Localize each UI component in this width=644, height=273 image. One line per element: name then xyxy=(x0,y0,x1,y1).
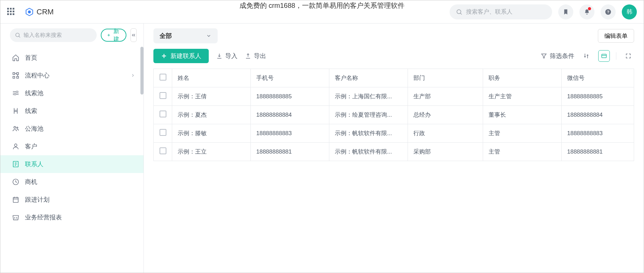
cell-customer[interactable]: 示例：上海国仁有限... xyxy=(329,87,408,106)
nav-item-report[interactable]: 业务经营报表 xyxy=(0,209,143,226)
sort-button[interactable] xyxy=(580,50,592,62)
nav-item-home[interactable]: 首页 xyxy=(0,49,143,67)
checkbox-icon[interactable] xyxy=(160,129,166,136)
row-select-cell[interactable] xyxy=(154,106,172,124)
brand[interactable]: CRM xyxy=(25,8,54,16)
table-row[interactable]: 示例：王立 18888888881 示例：帆软软件有限... 采购部 主管 18… xyxy=(154,143,634,161)
column-header[interactable]: 微信号 xyxy=(562,69,634,87)
checkbox-icon[interactable] xyxy=(160,92,166,99)
cell-wechat[interactable]: 18888888881 xyxy=(562,143,634,161)
checkbox-icon[interactable] xyxy=(160,111,166,117)
column-header[interactable]: 手机号 xyxy=(251,69,329,87)
bookmark-button[interactable] xyxy=(558,4,573,19)
import-label: 导入 xyxy=(225,52,237,60)
column-header[interactable]: 部门 xyxy=(408,69,483,87)
apps-menu-icon[interactable] xyxy=(7,8,15,16)
cell-dept[interactable]: 采购部 xyxy=(408,143,483,161)
column-header[interactable]: 职务 xyxy=(483,69,562,87)
svg-point-6 xyxy=(16,33,19,37)
sidebar-nav: 首页 流程中心 线索池 线索 公海池 客户 联系人 商机 跟进计划 业务经营报表 xyxy=(0,47,143,273)
cell-phone[interactable]: 18888888881 xyxy=(251,143,329,161)
cell-wechat[interactable]: 18888888885 xyxy=(562,87,634,106)
nav-item-contact[interactable]: 联系人 xyxy=(0,155,143,173)
global-search[interactable] xyxy=(450,4,552,19)
view-filter-dropdown[interactable]: 全部 xyxy=(153,28,218,43)
cell-customer[interactable]: 示例：绘夏管理咨询... xyxy=(329,106,408,124)
new-button-label: 新建 xyxy=(113,27,120,43)
nav-item-process[interactable]: 流程中心 xyxy=(0,67,143,84)
row-select-cell[interactable] xyxy=(154,87,172,106)
cell-phone[interactable]: 18888888884 xyxy=(251,106,329,124)
nav-item-opportunity[interactable]: 商机 xyxy=(0,173,143,191)
cell-position[interactable]: 主管 xyxy=(483,124,562,143)
table-row[interactable]: 示例：王倩 18888888885 示例：上海国仁有限... 生产部 生产主管 … xyxy=(154,87,634,106)
nav-item-label: 首页 xyxy=(25,54,37,62)
cell-name[interactable]: 示例：滕敏 xyxy=(172,124,251,143)
plus-icon xyxy=(161,53,167,59)
column-header[interactable]: 姓名 xyxy=(172,69,251,87)
column-header[interactable]: 客户名称 xyxy=(329,69,408,87)
svg-line-7 xyxy=(19,36,20,38)
row-select-cell[interactable] xyxy=(154,143,172,161)
select-all-cell[interactable] xyxy=(154,69,172,87)
cell-customer[interactable]: 示例：帆软软件有限... xyxy=(329,124,408,143)
table-row[interactable]: 示例：夏杰 18888888884 示例：绘夏管理咨询... 总经办 董事长 1… xyxy=(154,106,634,124)
export-button[interactable]: 导出 xyxy=(245,52,266,60)
filter-conditions-button[interactable]: 筛选条件 xyxy=(541,52,574,60)
nav-item-lead[interactable]: 线索 xyxy=(0,102,143,120)
nav-item-label: 客户 xyxy=(25,142,37,150)
svg-text:?: ? xyxy=(607,10,609,14)
cell-dept[interactable]: 总经办 xyxy=(408,106,483,124)
fullscreen-button[interactable] xyxy=(622,50,634,62)
collapse-sidebar-button[interactable] xyxy=(131,28,137,42)
svg-rect-24 xyxy=(13,198,18,203)
cell-phone[interactable]: 18888888885 xyxy=(251,87,329,106)
view-filter-label: 全部 xyxy=(160,32,172,40)
nav-item-plan[interactable]: 跟进计划 xyxy=(0,191,143,209)
cell-name[interactable]: 示例：王立 xyxy=(172,143,251,161)
nav-item-customer[interactable]: 客户 xyxy=(0,138,143,155)
sidebar-search-input[interactable] xyxy=(24,32,92,38)
sidebar-scrollbar[interactable] xyxy=(140,47,143,95)
edit-form-button[interactable]: 编辑表单 xyxy=(598,29,634,43)
cell-wechat[interactable]: 18888888884 xyxy=(562,106,634,124)
svg-point-1 xyxy=(28,10,31,13)
cell-position[interactable]: 生产主管 xyxy=(483,87,562,106)
new-contact-button[interactable]: 新建联系人 xyxy=(153,49,209,63)
cell-customer[interactable]: 示例：帆软软件有限... xyxy=(329,143,408,161)
cell-dept[interactable]: 生产部 xyxy=(408,87,483,106)
help-icon: ? xyxy=(605,9,612,15)
svg-rect-31 xyxy=(602,54,606,58)
notifications-button[interactable] xyxy=(579,4,594,19)
sidebar-search[interactable] xyxy=(10,28,97,42)
new-button[interactable]: 新建 xyxy=(101,29,126,42)
cell-dept[interactable]: 行政 xyxy=(408,124,483,143)
user-avatar[interactable]: 韩 xyxy=(622,4,637,19)
main-content: 全部 编辑表单 新建联系人 导入 导出 筛选条件 xyxy=(144,24,644,273)
export-icon xyxy=(245,53,251,59)
cell-name[interactable]: 示例：王倩 xyxy=(172,87,251,106)
table-row[interactable]: 示例：滕敏 18888888883 示例：帆软软件有限... 行政 主管 188… xyxy=(154,124,634,143)
checkbox-icon[interactable] xyxy=(160,147,166,154)
checkbox-icon[interactable] xyxy=(160,74,166,81)
card-view-button[interactable] xyxy=(598,50,610,62)
global-search-input[interactable] xyxy=(466,9,546,15)
nav-item-label: 业务经营报表 xyxy=(25,213,62,221)
cell-phone[interactable]: 18888888883 xyxy=(251,124,329,143)
nav-item-label: 线索池 xyxy=(25,89,43,97)
import-button[interactable]: 导入 xyxy=(216,52,237,60)
home-icon xyxy=(12,54,19,61)
svg-point-16 xyxy=(14,127,16,129)
cell-name[interactable]: 示例：夏杰 xyxy=(172,106,251,124)
contact-icon xyxy=(12,160,19,168)
nav-item-public[interactable]: 公海池 xyxy=(0,120,143,138)
chevron-down-icon xyxy=(206,33,211,39)
pool-icon xyxy=(12,89,19,97)
cell-wechat[interactable]: 18888888883 xyxy=(562,124,634,143)
help-button[interactable]: ? xyxy=(601,4,616,19)
row-select-cell[interactable] xyxy=(154,124,172,143)
svg-point-17 xyxy=(17,127,18,128)
cell-position[interactable]: 董事长 xyxy=(483,106,562,124)
nav-item-pool[interactable]: 线索池 xyxy=(0,84,143,102)
cell-position[interactable]: 主管 xyxy=(483,143,562,161)
